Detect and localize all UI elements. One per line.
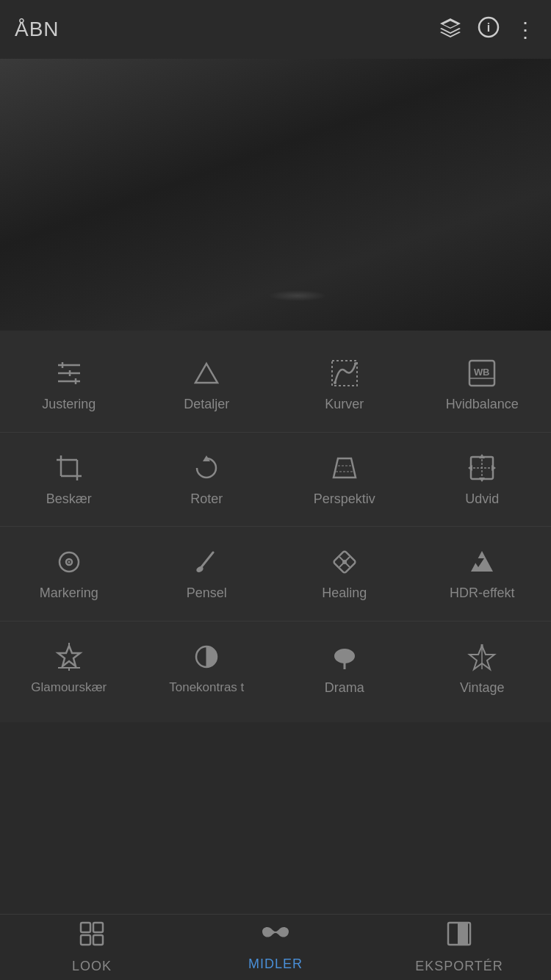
- nav-eksporter[interactable]: EKSPORTÉR: [367, 920, 551, 974]
- svg-marker-8: [195, 364, 217, 383]
- tool-row-3: Markering Pensel Healing: [0, 527, 551, 621]
- tool-label-detaljer: Detaljer: [184, 397, 229, 413]
- nav-look[interactable]: LOOK: [0, 920, 184, 974]
- tool-roter[interactable]: Roter: [138, 440, 276, 519]
- tools-container: Justering Detaljer Kurver: [0, 331, 551, 722]
- svg-rect-60: [93, 935, 103, 945]
- tool-row-4: Glamourskær Tonekontras t Dr: [0, 621, 551, 716]
- healing-icon: [328, 546, 361, 578]
- vintage-icon: [466, 641, 498, 673]
- tool-udvid[interactable]: Udvid: [414, 440, 552, 519]
- tool-glamour[interactable]: Glamourskær: [0, 629, 138, 708]
- tool-label-vintage: Vintage: [460, 680, 505, 696]
- svg-text:B: B: [483, 367, 489, 378]
- brush-icon: [190, 546, 223, 578]
- tool-beskær[interactable]: Beskær: [0, 440, 138, 519]
- curves-icon: [328, 357, 361, 389]
- nav-midler[interactable]: MIDLER: [184, 923, 367, 972]
- expand-icon: [466, 452, 498, 484]
- tool-hdr[interactable]: HDR-effekt: [414, 534, 552, 613]
- target-icon: [53, 546, 85, 578]
- svg-rect-57: [81, 923, 90, 932]
- tool-markering[interactable]: Markering: [0, 534, 138, 613]
- wb-icon: W B: [466, 357, 498, 389]
- tool-label-perspektiv: Perspektiv: [314, 491, 375, 508]
- tool-label-roter: Roter: [190, 491, 223, 508]
- top-bar: ÅBN i ⋮: [0, 0, 551, 59]
- drama-icon: [328, 641, 361, 673]
- svg-rect-58: [93, 923, 103, 932]
- crop-icon: [53, 452, 85, 484]
- tool-perspektiv[interactable]: Perspektiv: [276, 440, 414, 519]
- svg-point-11: [354, 362, 357, 365]
- rotate-icon: [190, 452, 223, 484]
- tool-label-pensel: Pensel: [187, 586, 227, 602]
- bottom-nav: LOOK MIDLER EKSPORTÉR: [0, 914, 551, 980]
- perspective-icon: [328, 452, 361, 484]
- svg-marker-22: [334, 458, 356, 478]
- svg-line-37: [201, 552, 213, 567]
- more-icon[interactable]: ⋮: [515, 18, 536, 42]
- moustache-icon: [261, 923, 290, 951]
- svg-line-23: [334, 458, 338, 478]
- svg-rect-20: [61, 460, 77, 476]
- nav-label-eksporter: EKSPORTÉR: [415, 959, 503, 974]
- tool-label-healing: Healing: [322, 586, 367, 602]
- tool-tonekontras[interactable]: Tonekontras t: [138, 629, 276, 708]
- tool-kurver[interactable]: Kurver: [276, 345, 414, 425]
- tool-label-markering: Markering: [40, 586, 98, 602]
- tool-label-glamour: Glamourskær: [31, 680, 107, 695]
- tool-label-kurver: Kurver: [325, 397, 364, 413]
- layers-icon[interactable]: [439, 15, 462, 44]
- nav-label-look: LOOK: [72, 959, 112, 974]
- tone-icon: [190, 641, 223, 673]
- info-icon[interactable]: i: [477, 15, 500, 44]
- sliders-icon: [53, 357, 85, 389]
- svg-point-10: [334, 381, 336, 384]
- image-preview: [0, 59, 551, 331]
- svg-point-42: [342, 560, 347, 564]
- tool-label-hvidbalance: Hvidbalance: [446, 397, 519, 413]
- tool-label-hdr: HDR-effekt: [450, 586, 515, 602]
- svg-point-36: [68, 561, 70, 563]
- triangle-icon: [190, 357, 223, 389]
- tool-label-drama: Drama: [325, 680, 364, 696]
- svg-marker-45: [58, 646, 80, 666]
- nav-label-midler: MIDLER: [248, 956, 303, 972]
- tool-row-1: Justering Detaljer Kurver: [0, 338, 551, 433]
- hdr-icon: [466, 546, 498, 578]
- tool-label-udvid: Udvid: [465, 491, 499, 508]
- app-title: ÅBN: [15, 18, 60, 41]
- svg-rect-59: [81, 935, 90, 945]
- tool-vintage[interactable]: Vintage: [414, 629, 552, 708]
- tool-row-2: Beskær Roter Pers: [0, 433, 551, 527]
- glamour-icon: [53, 641, 85, 673]
- tool-drama[interactable]: Drama: [276, 629, 414, 708]
- tool-pensel[interactable]: Pensel: [138, 534, 276, 613]
- svg-text:i: i: [487, 21, 490, 34]
- tool-label-beskær: Beskær: [46, 491, 92, 508]
- export-icon: [446, 920, 472, 953]
- tool-label-justering: Justering: [42, 397, 96, 413]
- svg-rect-62: [458, 923, 468, 945]
- svg-line-24: [351, 458, 356, 478]
- look-icon: [79, 920, 105, 953]
- tool-label-tonekontras: Tonekontras t: [169, 680, 244, 695]
- top-bar-icons: i ⋮: [439, 15, 536, 44]
- tool-healing[interactable]: Healing: [276, 534, 414, 613]
- tool-hvidbalance[interactable]: W B Hvidbalance: [414, 345, 552, 425]
- tool-detaljer[interactable]: Detaljer: [138, 345, 276, 425]
- tool-justering[interactable]: Justering: [0, 345, 138, 425]
